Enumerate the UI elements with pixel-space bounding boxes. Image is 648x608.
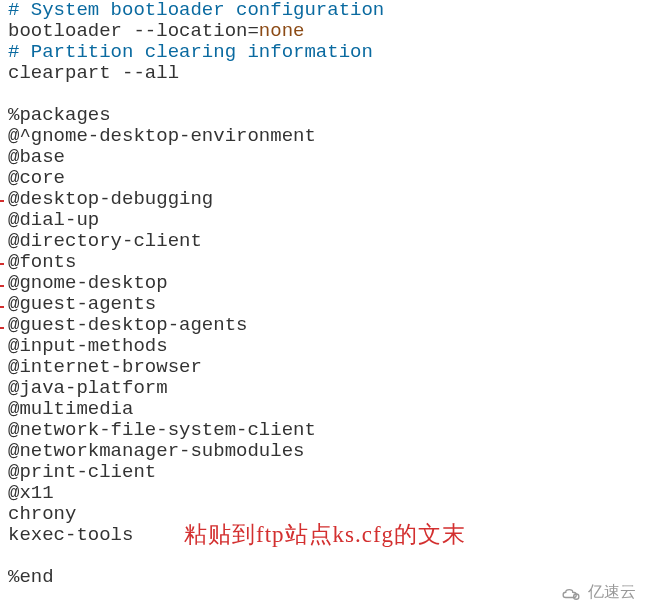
code-line: @network-file-system-client bbox=[8, 419, 316, 441]
code-line: @guest-agents bbox=[8, 293, 156, 315]
tick-mark bbox=[0, 285, 4, 287]
code-line: @java-platform bbox=[8, 377, 168, 399]
tick-mark bbox=[0, 327, 4, 329]
code-line: bootloader --location= bbox=[8, 20, 259, 42]
code-line: kexec-tools bbox=[8, 524, 133, 546]
code-line: @base bbox=[8, 146, 65, 168]
code-keyword: none bbox=[259, 20, 305, 42]
code-line: @dial-up bbox=[8, 209, 99, 231]
cloud-icon bbox=[560, 585, 582, 599]
code-line: @desktop-debugging bbox=[8, 188, 213, 210]
watermark: 亿速云 bbox=[560, 581, 636, 602]
code-line: clearpart --all bbox=[8, 62, 179, 84]
code-line: chrony bbox=[8, 503, 76, 525]
code-line: %packages bbox=[8, 104, 111, 126]
tick-mark bbox=[0, 263, 4, 265]
code-line: @multimedia bbox=[8, 398, 133, 420]
code-line: @guest-desktop-agents bbox=[8, 314, 247, 336]
code-line: %end bbox=[8, 566, 54, 588]
watermark-text: 亿速云 bbox=[588, 581, 636, 602]
code-line: @fonts bbox=[8, 251, 76, 273]
code-line: @internet-browser bbox=[8, 356, 202, 378]
tick-mark bbox=[0, 200, 4, 202]
code-line: @core bbox=[8, 167, 65, 189]
code-line: @directory-client bbox=[8, 230, 202, 252]
code-line: @x11 bbox=[8, 482, 54, 504]
annotation-text: 粘贴到ftp站点ks.cfg的文末 bbox=[184, 524, 466, 545]
tick-mark bbox=[0, 306, 4, 308]
code-line: @print-client bbox=[8, 461, 156, 483]
comment-line: # Partition clearing information bbox=[8, 41, 373, 63]
code-block: # System bootloader configuration bootlo… bbox=[8, 0, 648, 588]
code-line: @^gnome-desktop-environment bbox=[8, 125, 316, 147]
comment-line: # System bootloader configuration bbox=[8, 0, 384, 21]
code-line: @input-methods bbox=[8, 335, 168, 357]
code-line: @gnome-desktop bbox=[8, 272, 168, 294]
code-line: @networkmanager-submodules bbox=[8, 440, 304, 462]
